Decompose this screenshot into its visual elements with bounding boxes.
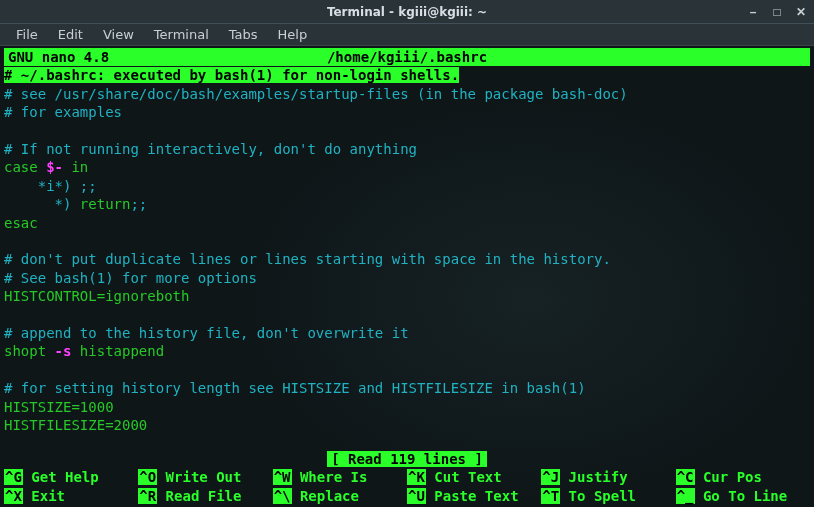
shortcut-key: ^W [273,469,292,485]
code-line: # append to the history file, don't over… [4,324,810,342]
code-line: # for examples [4,103,810,121]
window-title: Terminal - kgiii@kgiii: ~ [327,5,487,19]
nano-version: GNU nano 4.8 [4,48,109,66]
nano-status-line: [ Read 119 lines ] [4,450,810,468]
code-line: # If not running interactively, don't do… [4,140,810,158]
shortcut-key: ^T [541,488,560,504]
menu-terminal[interactable]: Terminal [146,25,217,44]
shortcut-label: To Spell [560,488,636,504]
shortcut-to-spell[interactable]: ^T To Spell [541,487,675,505]
shortcut-go-to-line[interactable]: ^_ Go To Line [676,487,810,505]
shortcut-label: Cur Pos [695,469,762,485]
shortcut-key: ^O [138,469,157,485]
close-button[interactable]: ✕ [794,5,808,19]
shortcut-key: ^R [138,488,157,504]
shortcut-key: ^G [4,469,23,485]
editor-content[interactable]: # ~/.bashrc: executed by bash(1) for non… [4,66,810,449]
code-line: # ~/.bashrc: executed by bash(1) for non… [4,66,810,84]
code-line: *i*) ;; [4,177,810,195]
shortcut-write-out[interactable]: ^O Write Out [138,468,272,486]
shortcut-cur-pos[interactable]: ^C Cur Pos [676,468,810,486]
shortcuts-row-1: ^G Get Help^O Write Out^W Where Is^K Cut… [4,468,810,486]
shortcut-key: ^C [676,469,695,485]
shortcut-key: ^U [407,488,426,504]
shortcut-label: Exit [23,488,65,504]
shortcut-label: Write Out [157,469,241,485]
code-line: shopt -s histappend [4,342,810,360]
menu-edit[interactable]: Edit [50,25,91,44]
code-line [4,122,810,140]
shortcut-paste-text[interactable]: ^U Paste Text [407,487,541,505]
menu-view[interactable]: View [95,25,142,44]
shortcuts-row-2: ^X Exit^R Read File^\ Replace^U Paste Te… [4,487,810,505]
shortcut-justify[interactable]: ^J Justify [541,468,675,486]
code-line: # See bash(1) for more options [4,269,810,287]
nano-status: [ Read 119 lines ] [327,451,487,467]
shortcut-label: Where Is [292,469,368,485]
shortcut-key: ^J [541,469,560,485]
nano-header: GNU nano 4.8 /home/kgiii/.bashrc [4,48,810,66]
shortcut-exit[interactable]: ^X Exit [4,487,138,505]
code-line: HISTSIZE=1000 [4,398,810,416]
shortcut-key: ^X [4,488,23,504]
shortcut-key: ^_ [676,488,695,504]
code-line [4,361,810,379]
code-line: # don't put duplicate lines or lines sta… [4,250,810,268]
shortcut-read-file[interactable]: ^R Read File [138,487,272,505]
terminal-area[interactable]: GNU nano 4.8 /home/kgiii/.bashrc # ~/.ba… [0,46,814,507]
nano-filepath: /home/kgiii/.bashrc [327,48,487,66]
code-line [4,232,810,250]
shortcut-get-help[interactable]: ^G Get Help [4,468,138,486]
shortcut-replace[interactable]: ^\ Replace [273,487,407,505]
shortcut-key: ^\ [273,488,292,504]
code-line: HISTCONTROL=ignoreboth [4,287,810,305]
shortcut-cut-text[interactable]: ^K Cut Text [407,468,541,486]
code-line: esac [4,214,810,232]
shortcut-label: Go To Line [695,488,788,504]
menu-tabs[interactable]: Tabs [221,25,266,44]
menubar: File Edit View Terminal Tabs Help [0,24,814,46]
shortcut-label: Justify [560,469,627,485]
shortcut-label: Get Help [23,469,99,485]
code-line: HISTFILESIZE=2000 [4,416,810,434]
shortcut-label: Paste Text [426,488,519,504]
shortcut-label: Cut Text [426,469,502,485]
code-line: # for setting history length see HISTSIZ… [4,379,810,397]
shortcut-key: ^K [407,469,426,485]
shortcut-label: Read File [157,488,241,504]
window-titlebar: Terminal - kgiii@kgiii: ~ – □ ✕ [0,0,814,24]
code-line: *) return;; [4,195,810,213]
minimize-button[interactable]: – [746,5,760,19]
code-line: case $- in [4,158,810,176]
maximize-button[interactable]: □ [770,5,784,19]
code-line [4,306,810,324]
code-line: # see /usr/share/doc/bash/examples/start… [4,85,810,103]
menu-file[interactable]: File [8,25,46,44]
menu-help[interactable]: Help [270,25,316,44]
shortcut-label: Replace [292,488,359,504]
window-controls: – □ ✕ [746,5,808,19]
shortcut-where-is[interactable]: ^W Where Is [273,468,407,486]
